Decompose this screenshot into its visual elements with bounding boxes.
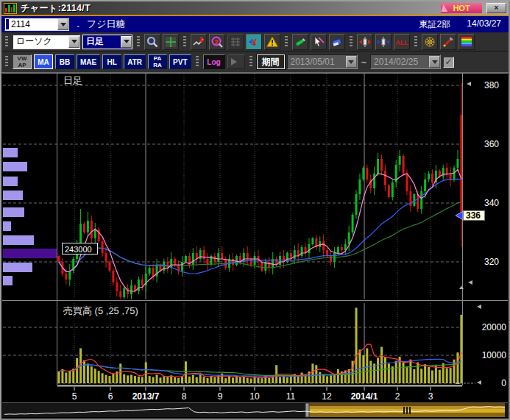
svg-text:2013/7: 2013/7 (132, 391, 160, 402)
jump-arrow-icon (231, 58, 241, 65)
dart-button[interactable] (440, 34, 456, 50)
crosshair-button[interactable] (163, 34, 179, 50)
toolbar-grip (137, 36, 140, 48)
close-icon: × (495, 4, 499, 12)
toolbar-grip (196, 56, 199, 68)
compare-zoom-icon: 2 (210, 35, 224, 49)
alert-button[interactable] (264, 34, 280, 50)
indicator-toolbar: VWAP MA BB MAE HL ATR PARA PVT Log 期間 20… (1, 51, 509, 73)
text-caret (6, 19, 9, 29)
show-all-button[interactable]: ALL (394, 34, 410, 50)
zoom-icon (146, 35, 159, 49)
svg-text:320: 320 (484, 257, 499, 267)
dropdown-arrow-icon[interactable] (346, 56, 357, 68)
period-button[interactable]: 期間 (257, 54, 285, 69)
toolbar-grip (5, 36, 8, 48)
timeframe-combo[interactable]: 日足 (82, 35, 132, 49)
chart-type-combo[interactable]: ローソク (13, 35, 80, 49)
navigator-left-handle[interactable] (305, 403, 309, 417)
svg-text:20000: 20000 (482, 322, 507, 332)
indicator-pvt-button[interactable]: PVT (169, 54, 191, 69)
log-scale-button[interactable]: Log (203, 54, 225, 69)
dropdown-arrow-icon[interactable] (68, 36, 79, 48)
crosshair-grid-icon (164, 35, 177, 49)
chart-canvas[interactable]: 38036034032020000100000562013/7891011122… (0, 73, 510, 420)
period-start-combo[interactable]: 2013/05/01 (287, 54, 358, 69)
price-moving-averages (59, 169, 461, 291)
svg-text:336: 336 (466, 210, 481, 221)
navigator-scrollbar[interactable] (2, 403, 508, 418)
eraser-icon (330, 35, 344, 49)
svg-text:2: 2 (214, 38, 218, 45)
trend-arrow-button[interactable] (191, 34, 207, 50)
eraser-button[interactable] (329, 34, 345, 50)
svg-text:2: 2 (395, 391, 400, 402)
svg-text:12: 12 (322, 391, 332, 402)
web-icon (423, 35, 436, 49)
select-cursor-button[interactable] (311, 34, 327, 50)
yen-reset-button[interactable]: ¥ (246, 34, 262, 50)
axis-scroll-arrow-icon[interactable] (468, 280, 472, 285)
indicator-atr-button[interactable]: ATR (124, 54, 146, 69)
quote-date: 14/03/27 (467, 18, 501, 31)
svg-text:6: 6 (108, 391, 113, 402)
svg-text:日足: 日足 (63, 75, 82, 86)
axis-scroll-arrow-icon[interactable] (459, 286, 464, 290)
dropdown-arrow-icon[interactable] (121, 36, 132, 48)
title-bar: チャート:2114/T HOT × (1, 1, 509, 16)
svg-text:0: 0 (501, 378, 506, 388)
price-marker: 243000336 (63, 210, 485, 255)
svg-text:243000: 243000 (65, 245, 92, 254)
toolbar-grip (183, 36, 186, 48)
draw-pen-button[interactable] (292, 34, 308, 50)
palette-button[interactable] (458, 34, 475, 50)
indicator-para-button[interactable]: PARA (148, 54, 167, 69)
axis-scroll-arrow-icon[interactable] (477, 305, 481, 309)
show-all-icon: ALL (395, 35, 408, 49)
svg-text:340: 340 (484, 198, 499, 208)
compare-zoom-button[interactable]: 2 (209, 34, 225, 50)
current-price-badge: 336 (464, 210, 485, 221)
grid-button[interactable] (227, 34, 244, 50)
market-section: 東証2部 (419, 18, 451, 31)
axis-scroll-arrow-icon[interactable] (477, 380, 481, 385)
zoom-button[interactable] (144, 34, 160, 50)
shrink-candle-button[interactable] (375, 34, 392, 50)
svg-text:9: 9 (218, 391, 223, 402)
period-checkbox[interactable]: ✓ (443, 57, 454, 68)
stock-name: フジ日糖 (87, 18, 126, 31)
alert-icon (266, 35, 279, 49)
svg-text:8: 8 (182, 391, 187, 402)
jump-button[interactable] (227, 54, 245, 69)
toolbar-grip (285, 36, 288, 48)
indicator-mae-button[interactable]: MAE (77, 54, 100, 69)
shrink-candle-icon (377, 35, 390, 49)
expand-candle-icon (358, 35, 372, 49)
hot-button[interactable]: HOT (441, 3, 482, 13)
indicator-bb-button[interactable]: BB (55, 54, 74, 69)
draw-pen-icon (294, 35, 307, 49)
axis-scroll-arrow-icon[interactable] (467, 82, 471, 86)
expand-candle-button[interactable] (357, 34, 373, 50)
close-button[interactable]: × (486, 3, 506, 13)
axis-scroll-arrow-icon[interactable] (456, 381, 460, 385)
period-end-combo[interactable]: 2014/02/25 (370, 54, 441, 69)
svg-text:¥: ¥ (252, 37, 257, 47)
indicator-ma-button[interactable]: MA (34, 54, 53, 69)
svg-text:360: 360 (484, 139, 499, 149)
indicator-vwap-button[interactable]: VWAP (13, 54, 32, 69)
dropdown-arrow-icon[interactable] (57, 18, 68, 30)
period-tilde: ~ (361, 57, 367, 68)
symbol-code-combo[interactable]: 2114 (4, 18, 69, 31)
navigator-selected-range[interactable] (309, 403, 505, 406)
svg-text:380: 380 (484, 80, 499, 90)
trend-arrow-icon (192, 35, 205, 49)
symbol-code: 2114 (11, 19, 30, 29)
web-button[interactable] (422, 34, 438, 50)
dropdown-arrow-icon[interactable] (429, 56, 440, 68)
name-bullet: 。 (77, 19, 84, 29)
volume-bars (58, 307, 463, 383)
main-toolbar: ローソク 日足 2 ¥ ALL (1, 32, 509, 51)
toolbar-grip (350, 36, 353, 48)
indicator-hl-button[interactable]: HL (102, 54, 121, 69)
